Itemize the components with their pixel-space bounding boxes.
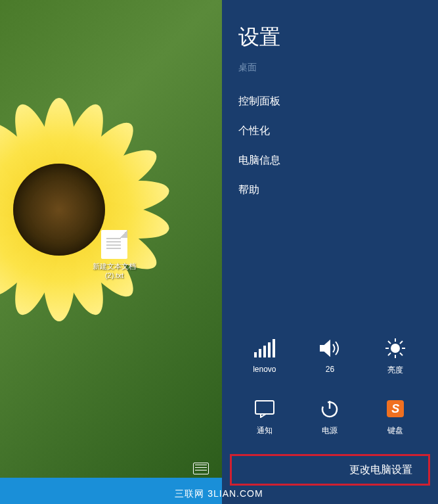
tile-notifications[interactable]: 通知 xyxy=(235,391,294,442)
svg-line-7 xyxy=(388,353,391,355)
menu-item-pc-info[interactable]: 电脑信息 xyxy=(238,146,422,175)
svg-line-6 xyxy=(400,353,403,355)
tile-brightness-label: 亮度 xyxy=(366,365,425,376)
brightness-icon xyxy=(366,336,425,361)
notification-icon xyxy=(235,396,294,421)
svg-line-8 xyxy=(400,341,403,344)
keyboard-indicator-icon[interactable] xyxy=(193,463,209,474)
wifi-signal-icon xyxy=(235,336,294,361)
tile-keyboard[interactable]: S 键盘 xyxy=(366,391,425,442)
tile-power[interactable]: 电源 xyxy=(301,391,360,442)
file-label: 新建文本文档 (2).txt xyxy=(91,262,138,281)
panel-subtitle: 桌面 xyxy=(222,62,438,87)
tile-power-label: 电源 xyxy=(301,425,360,436)
change-pc-settings-button[interactable]: 更改电脑设置 xyxy=(230,454,430,486)
ime-icon: S xyxy=(366,396,425,421)
power-icon xyxy=(301,396,360,421)
tile-keyboard-label: 键盘 xyxy=(366,425,425,436)
panel-title: 设置 xyxy=(222,0,438,62)
tile-network-label: lenovo xyxy=(235,365,294,374)
menu-item-personalization[interactable]: 个性化 xyxy=(238,116,422,146)
svg-line-5 xyxy=(388,341,391,344)
quick-settings-tiles: lenovo 26 xyxy=(222,331,438,442)
menu-item-control-panel[interactable]: 控制面板 xyxy=(238,87,422,116)
tile-network[interactable]: lenovo xyxy=(235,331,294,381)
taskbar[interactable] xyxy=(0,478,222,504)
desktop-file-icon[interactable]: 新建文本文档 (2).txt xyxy=(91,230,138,281)
tile-volume[interactable]: 26 xyxy=(301,331,360,381)
tile-brightness[interactable]: 亮度 xyxy=(366,331,425,381)
svg-point-0 xyxy=(391,344,400,353)
settings-menu-list: 控制面板 个性化 电脑信息 帮助 xyxy=(222,87,438,205)
settings-charm-panel: 设置 桌面 控制面板 个性化 电脑信息 帮助 lenovo 26 xyxy=(222,0,438,504)
change-pc-settings-label: 更改电脑设置 xyxy=(349,463,412,477)
desktop-area: 新建文本文档 (2).txt xyxy=(0,0,222,504)
tile-volume-label: 26 xyxy=(301,365,360,374)
svg-rect-9 xyxy=(255,401,274,414)
speaker-icon xyxy=(301,336,360,361)
text-file-icon xyxy=(101,230,127,259)
menu-item-help[interactable]: 帮助 xyxy=(238,175,422,205)
tile-notifications-label: 通知 xyxy=(235,425,294,436)
